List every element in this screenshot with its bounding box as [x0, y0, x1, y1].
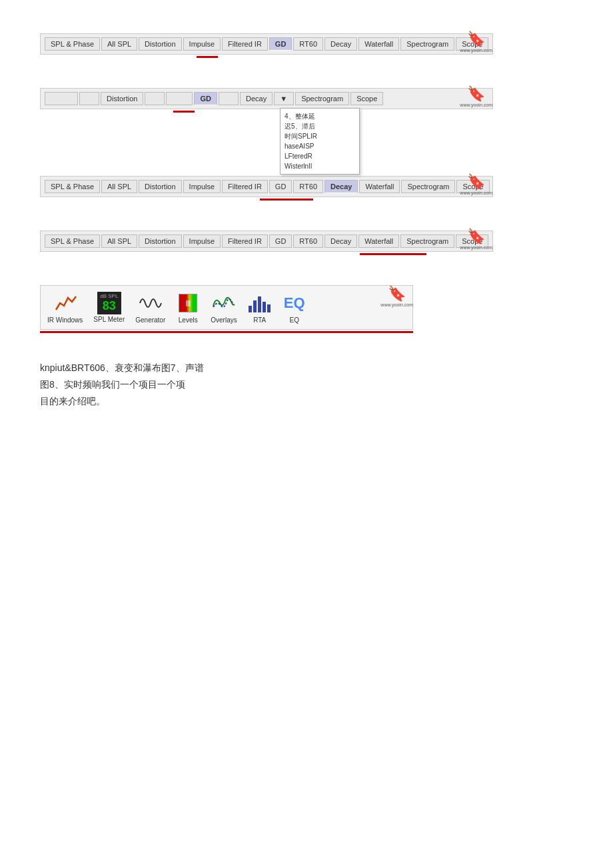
- tab-filtered-ir-3[interactable]: Filtered IR: [222, 180, 268, 193]
- watermark-url-2: www.yooin.com: [460, 103, 492, 107]
- generator-icon: [139, 291, 163, 315]
- spl-meter-label: SPL Meter: [93, 316, 125, 323]
- watermark-icon-2: 🔖: [467, 85, 485, 103]
- watermark-url-4: www.yooin.com: [460, 245, 492, 250]
- eq-icon: EQ: [283, 291, 306, 315]
- gd-underline-1: [197, 56, 218, 58]
- tab-dropdown-trigger[interactable]: ▼: [274, 92, 294, 105]
- scope-underline-4: [360, 253, 426, 255]
- tab-scope-2[interactable]: Scope: [350, 92, 383, 105]
- ir-windows-icon: [53, 291, 77, 315]
- tabbar-1: SPL & Phase All SPL Distortion Impulse F…: [40, 33, 493, 55]
- tab-decay[interactable]: Decay: [324, 37, 357, 51]
- toolbar-ir-windows[interactable]: IR Windows: [47, 291, 83, 324]
- tab-distortion[interactable]: Distortion: [139, 37, 181, 51]
- watermark-icon-3: 🔖: [467, 173, 485, 191]
- tab-all-spl-4[interactable]: All SPL: [101, 234, 137, 248]
- decay-underline-3: [260, 199, 313, 201]
- spl-db-label: dB SPL: [100, 293, 119, 299]
- tab-spl-phase[interactable]: SPL & Phase: [45, 37, 100, 51]
- footer-line3: 目的来介绍吧。: [40, 393, 573, 410]
- rta-label: RTA: [253, 316, 266, 324]
- watermark-2: 🔖 www.yooin.com: [460, 85, 492, 107]
- ir-windows-label: IR Windows: [47, 316, 83, 324]
- watermark-url-toolbar: www.yooin.com: [380, 302, 413, 307]
- tab-impulse[interactable]: Impulse: [183, 37, 221, 51]
- tab-waterfall-4[interactable]: Waterfall: [358, 234, 399, 248]
- levels-label: Levels: [179, 316, 198, 324]
- tab-spectrogram-4[interactable]: Spectrogram: [400, 234, 454, 248]
- tab-decay-2[interactable]: Decay: [240, 92, 273, 105]
- watermark-3: 🔖 www.yooin.com: [460, 173, 492, 195]
- page-container: SPL & Phase All SPL Distortion Impulse F…: [0, 0, 613, 450]
- tab-spectrogram-3[interactable]: Spectrogram: [401, 180, 455, 193]
- watermark-4: 🔖 www.yooin.com: [460, 228, 492, 250]
- tab-gd-3[interactable]: GD: [269, 180, 293, 193]
- section-1: SPL & Phase All SPL Distortion Impulse F…: [40, 33, 493, 55]
- tab-filtered-ir-4[interactable]: Filtered IR: [222, 234, 268, 248]
- tab-spectrogram-2[interactable]: Spectrogram: [295, 92, 349, 105]
- dropdown-panel: 4、整体延 迟5、滞后 时间SPLIR haseAISP LFteredR Wi…: [280, 108, 360, 175]
- dropdown-line3: 时间SPLIR: [285, 131, 355, 141]
- tab-gd[interactable]: GD: [269, 37, 293, 51]
- watermark-url-3: www.yooin.com: [460, 191, 492, 195]
- watermark-url-1: www.yooin.com: [460, 48, 492, 53]
- tab-spl-phase-4[interactable]: SPL & Phase: [45, 234, 100, 248]
- watermark-icon-1: 🔖: [467, 31, 485, 48]
- footer-line2: 图8、实时频响我们一个项目一个项: [40, 376, 573, 393]
- tab-decay-4[interactable]: Decay: [324, 234, 357, 248]
- watermark-icon-4: 🔖: [467, 228, 485, 245]
- tab-spectrogram[interactable]: Spectrogram: [400, 37, 454, 51]
- tab-gd-2[interactable]: GD: [194, 92, 217, 105]
- tabbar-4: SPL & Phase All SPL Distortion Impulse F…: [40, 230, 493, 252]
- tab-rt60[interactable]: RT60: [293, 37, 323, 51]
- tabbar-2: Distortion GD Decay ▼ Spectrogram Scope …: [40, 88, 493, 109]
- dropdown-line4: haseAISP: [285, 141, 355, 151]
- tab-empty-3[interactable]: [145, 92, 165, 105]
- toolbar-overlays[interactable]: Overlays: [211, 291, 237, 324]
- tab-all-spl[interactable]: All SPL: [101, 37, 137, 51]
- toolbar-eq[interactable]: EQ EQ: [283, 291, 306, 324]
- toolbar-bar: IR Windows dB SPL 83 SPL Meter Generator: [40, 285, 413, 330]
- tab-spl-phase-3[interactable]: SPL & Phase: [45, 180, 100, 193]
- toolbar-rta[interactable]: RTA: [248, 291, 272, 324]
- overlays-label: Overlays: [211, 316, 237, 324]
- toolbar-spl-meter[interactable]: dB SPL 83 SPL Meter: [93, 292, 125, 323]
- spl-meter-box: dB SPL 83: [97, 292, 121, 314]
- toolbar-underline: [40, 331, 413, 333]
- section-4: SPL & Phase All SPL Distortion Impulse F…: [40, 230, 493, 252]
- dropdown-line2: 迟5、滞后: [285, 121, 355, 131]
- tab-impulse-3[interactable]: Impulse: [183, 180, 221, 193]
- toolbar-generator[interactable]: Generator: [135, 291, 165, 324]
- watermark-icon-toolbar: 🔖: [388, 285, 406, 302]
- tab-rt60-4[interactable]: RT60: [293, 234, 323, 248]
- footer-text-section: knpiut&BRT606、衰变和瀑布图7、声谱 图8、实时频响我们一个项目一个…: [40, 360, 573, 410]
- section-2: Distortion GD Decay ▼ Spectrogram Scope …: [40, 88, 493, 109]
- tab-empty-5[interactable]: [219, 92, 239, 105]
- tab-filtered-ir[interactable]: Filtered IR: [222, 37, 268, 51]
- tab-empty-4[interactable]: [166, 92, 193, 105]
- tab-distortion-3[interactable]: Distortion: [139, 180, 181, 193]
- section-3: SPL & Phase All SPL Distortion Impulse F…: [40, 176, 493, 197]
- tab-rt60-3[interactable]: RT60: [293, 180, 323, 193]
- spl-meter-value: 83: [100, 299, 119, 313]
- tab-impulse-4[interactable]: Impulse: [183, 234, 221, 248]
- tab-waterfall[interactable]: Waterfall: [358, 37, 399, 51]
- rta-icon: [248, 291, 272, 315]
- tab-all-spl-3[interactable]: All SPL: [101, 180, 137, 193]
- tab-waterfall-3[interactable]: Waterfall: [359, 180, 400, 193]
- tab-distortion-4[interactable]: Distortion: [139, 234, 181, 248]
- overlays-icon: [212, 291, 236, 315]
- toolbar-levels[interactable]: ||| Levels: [176, 291, 200, 324]
- dropdown-line6: WisterlnIl: [285, 161, 355, 171]
- tabbar-3: SPL & Phase All SPL Distortion Impulse F…: [40, 176, 493, 197]
- tab-empty-2[interactable]: [79, 92, 99, 105]
- tab-decay-3[interactable]: Decay: [324, 180, 358, 193]
- tab-gd-4[interactable]: GD: [269, 234, 293, 248]
- footer-line1: knpiut&BRT606、衰变和瀑布图7、声谱: [40, 360, 573, 376]
- gd-underline-2: [173, 111, 195, 113]
- tab-empty-1[interactable]: [45, 92, 78, 105]
- eq-label: EQ: [289, 316, 299, 324]
- tab-distortion-2[interactable]: Distortion: [101, 92, 143, 105]
- dropdown-line1: 4、整体延: [285, 111, 355, 121]
